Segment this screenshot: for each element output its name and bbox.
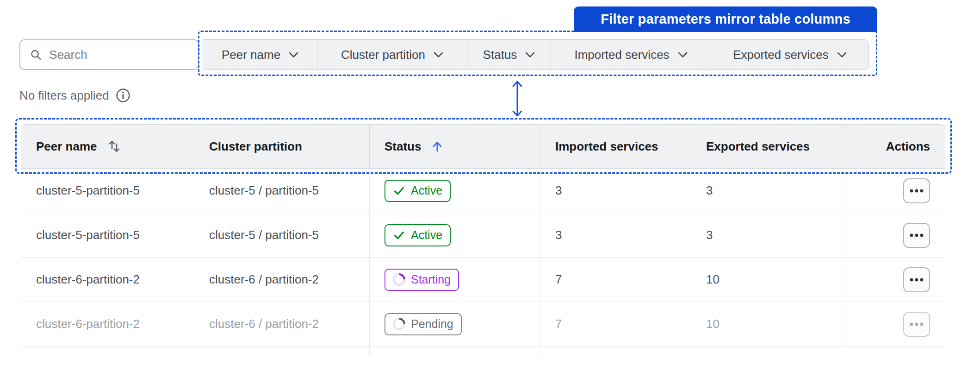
cell-peer-name: [21, 346, 194, 356]
search-icon: [30, 48, 42, 62]
cell-peer-name: cluster-5-partition-5: [21, 213, 194, 258]
cell-peer-name: cluster-6-partition-2: [21, 258, 194, 302]
cell-status: Pending: [370, 302, 540, 346]
filter-dropdown-status[interactable]: Status: [467, 40, 551, 69]
filter-status-line: No filters applied: [19, 88, 130, 103]
ellipsis-icon: [909, 277, 924, 282]
cell-exported-services: [691, 346, 842, 356]
search-box: [19, 39, 199, 70]
spinner-icon: [390, 271, 408, 288]
cell-actions: [842, 302, 945, 346]
row-actions-button[interactable]: [903, 178, 930, 203]
cell-cluster-partition: cluster-6 / partition-2: [194, 258, 370, 302]
column-header-actions: Actions: [842, 125, 945, 169]
column-header-cluster-partition: Cluster partition: [194, 125, 370, 169]
cell-imported-services: 7: [540, 302, 691, 346]
chevron-down-icon: [525, 52, 535, 58]
cell-actions: [842, 258, 945, 302]
cell-status: Starting: [370, 258, 540, 302]
filter-dropdown-label: Peer name: [222, 48, 280, 62]
sort-ascending-icon: [430, 139, 444, 153]
table-body: cluster-5-partition-5 cluster-5 / partit…: [21, 169, 945, 356]
cell-imported-services: 3: [540, 169, 691, 213]
table-header-row: Peer name Cluster partition Status: [21, 125, 945, 169]
filter-dropdown-peer-name[interactable]: Peer name: [203, 40, 317, 69]
table-row: cluster-6-partition-2 cluster-6 / partit…: [21, 258, 945, 302]
row-actions-button[interactable]: [903, 223, 930, 248]
sort-icon: [106, 139, 122, 154]
cell-status: Active: [370, 169, 540, 213]
filter-dropdown-label: Imported services: [574, 48, 669, 62]
double-arrow-vertical-icon: [510, 80, 525, 118]
cell-actions: [842, 346, 945, 356]
cell-imported-services: 3: [540, 213, 691, 258]
cell-cluster-partition: cluster-5 / partition-5: [194, 213, 370, 258]
cell-actions: [842, 169, 945, 213]
cell-status: Active: [370, 213, 540, 258]
cell-actions: [842, 213, 945, 258]
ellipsis-icon: [909, 322, 924, 327]
peering-filter-docs-page: { "callout": { "label": "Filter paramete…: [0, 0, 980, 378]
table-row: cluster-5-partition-5 cluster-5 / partit…: [21, 169, 945, 213]
column-header-label: Exported services: [706, 139, 810, 154]
cell-cluster-partition: [194, 346, 370, 356]
cell-peer-name: cluster-6-partition-2: [21, 302, 194, 346]
status-badge: Pending: [385, 313, 462, 335]
cell-imported-services: 7: [540, 258, 691, 302]
check-icon: [393, 184, 405, 197]
cell-status: [370, 346, 540, 356]
filter-status-text: No filters applied: [19, 88, 109, 103]
status-badge-label: Starting: [411, 273, 451, 286]
column-header-imported-services: Imported services: [540, 125, 691, 169]
status-badge-label: Pending: [411, 317, 453, 331]
info-circle-icon[interactable]: [116, 88, 130, 103]
check-icon: [393, 229, 405, 241]
status-badge-label: Active: [411, 228, 442, 242]
chevron-down-icon: [289, 52, 298, 58]
chevron-down-icon: [837, 52, 847, 58]
callout-banner: Filter parameters mirror table columns: [574, 6, 877, 32]
row-actions-button[interactable]: [903, 312, 930, 337]
column-header-peer-name[interactable]: Peer name: [21, 125, 194, 169]
chevron-down-icon: [678, 52, 688, 58]
chevron-down-icon: [434, 52, 443, 58]
cell-imported-services: [540, 346, 691, 356]
table-row-clipped: [21, 346, 945, 356]
column-header-status[interactable]: Status: [370, 125, 540, 169]
status-badge: Active: [385, 224, 451, 246]
filter-dropdown-label: Status: [483, 48, 517, 62]
column-header-label: Imported services: [555, 139, 658, 154]
table-row: cluster-6-partition-2 cluster-6 / partit…: [21, 302, 945, 346]
column-header-label: Peer name: [36, 139, 97, 154]
ellipsis-icon: [909, 189, 924, 193]
status-badge-label: Active: [411, 184, 442, 197]
cell-peer-name: cluster-5-partition-5: [21, 169, 194, 213]
cell-exported-services: 3: [691, 169, 842, 213]
table-row: cluster-5-partition-5 cluster-5 / partit…: [21, 213, 945, 258]
cell-exported-services: 10: [691, 258, 842, 302]
status-badge: Active: [385, 180, 451, 202]
row-actions-button[interactable]: [903, 267, 930, 292]
peers-table: Peer name Cluster partition Status: [21, 124, 945, 356]
column-header-label: Actions: [886, 139, 930, 154]
cell-cluster-partition: cluster-6 / partition-2: [194, 302, 370, 346]
column-header-exported-services: Exported services: [691, 125, 842, 169]
search-input[interactable]: [49, 48, 189, 62]
filter-dropdown-label: Cluster partition: [341, 48, 425, 62]
filter-dropdown-cluster-partition[interactable]: Cluster partition: [317, 40, 467, 69]
cell-cluster-partition: cluster-5 / partition-5: [194, 169, 370, 213]
cell-exported-services: 3: [691, 213, 842, 258]
spinner-icon: [390, 315, 408, 333]
cell-exported-services: 10: [691, 302, 842, 346]
filter-dropdown-exported-services[interactable]: Exported services: [711, 40, 868, 69]
column-header-label: Status: [385, 139, 421, 154]
filter-dropdown-imported-services[interactable]: Imported services: [551, 40, 711, 69]
ellipsis-icon: [909, 233, 924, 238]
column-header-label: Cluster partition: [209, 139, 302, 154]
filter-bar: Peer name Cluster partition Status Impor…: [203, 39, 869, 70]
status-badge: Starting: [385, 269, 459, 291]
filter-dropdown-label: Exported services: [733, 48, 829, 62]
